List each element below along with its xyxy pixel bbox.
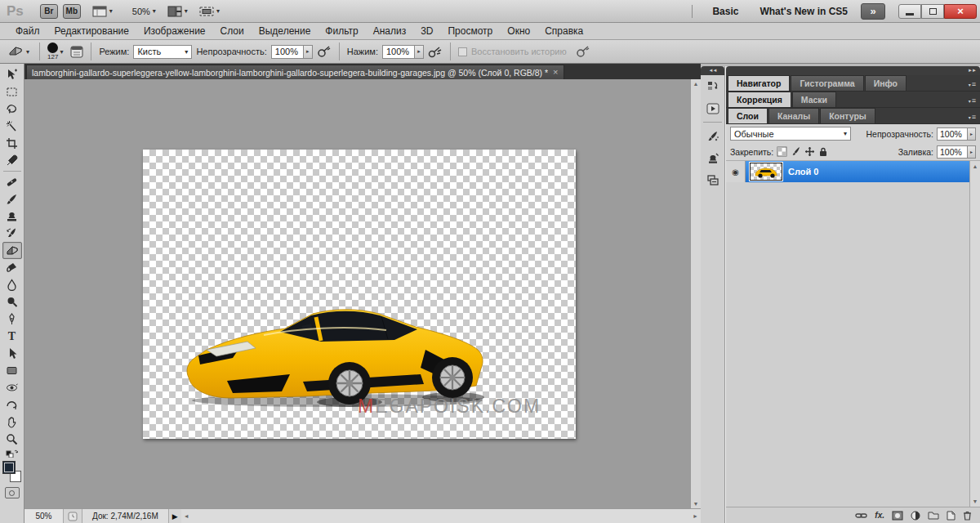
toggle-brush-panel-button[interactable] bbox=[70, 46, 83, 58]
menu-analysis[interactable]: Анализ bbox=[366, 24, 414, 38]
menu-image[interactable]: Изображение bbox=[136, 24, 213, 38]
workspace-whats-new-button[interactable]: What's New in CS5 bbox=[760, 6, 848, 17]
restore-history-checkbox[interactable] bbox=[458, 47, 467, 56]
opacity-input[interactable]: 100% bbox=[271, 45, 304, 59]
tablet-opacity-icon[interactable] bbox=[317, 45, 332, 58]
crop-tool-button[interactable] bbox=[2, 135, 22, 152]
delete-layer-icon[interactable] bbox=[963, 511, 972, 521]
layers-scrollbar[interactable]: ▲ ▼ bbox=[969, 161, 980, 507]
hand-tool-button[interactable] bbox=[2, 413, 22, 431]
flow-spinner[interactable]: ▸ bbox=[415, 45, 424, 59]
opacity-spinner[interactable]: ▸ bbox=[304, 45, 313, 59]
history-brush-tool-button[interactable] bbox=[2, 225, 22, 242]
layer-style-icon[interactable]: fx. bbox=[875, 511, 884, 520]
history-panel-icon[interactable] bbox=[701, 75, 724, 97]
blur-tool-button[interactable] bbox=[2, 276, 22, 293]
tab-histogram[interactable]: Гистограмма bbox=[791, 75, 863, 91]
tablet-pressure-icon[interactable] bbox=[576, 45, 590, 58]
layers-opacity-spinner[interactable]: ▸ bbox=[968, 127, 976, 141]
layer-thumbnail[interactable] bbox=[750, 163, 782, 181]
flow-input[interactable]: 100% bbox=[382, 45, 415, 59]
document-tab[interactable]: lamborghini-gallardo-superleggera-yellow… bbox=[26, 65, 564, 79]
layer-row-selected[interactable]: ◉ Слой 0 bbox=[726, 161, 980, 182]
canvas-area[interactable]: MEGAPOISK.COM ▲ ▼ bbox=[24, 79, 701, 508]
healing-brush-tool-button[interactable] bbox=[2, 173, 22, 190]
workspace-basic-button[interactable]: Basic bbox=[712, 6, 738, 17]
move-tool-button[interactable] bbox=[2, 66, 22, 83]
scroll-right-icon[interactable]: ► bbox=[693, 513, 698, 519]
collapse-strip-header[interactable]: ◄◄ bbox=[701, 66, 724, 75]
eraser-tool-button[interactable] bbox=[2, 242, 22, 259]
layer-comps-panel-icon[interactable] bbox=[701, 169, 724, 191]
menu-window[interactable]: Окно bbox=[500, 24, 537, 38]
tab-layers[interactable]: Слои bbox=[728, 108, 768, 123]
view-extras-button[interactable]: ▾ bbox=[92, 6, 113, 17]
new-layer-icon[interactable] bbox=[947, 511, 956, 521]
quick-mask-button[interactable] bbox=[5, 487, 20, 498]
add-mask-icon[interactable] bbox=[892, 511, 903, 521]
actions-panel-icon[interactable] bbox=[701, 97, 724, 119]
dodge-tool-button[interactable] bbox=[2, 293, 22, 311]
workspace-expand-button[interactable]: » bbox=[861, 3, 885, 20]
bridge-launch-button[interactable]: Br bbox=[40, 4, 58, 19]
screen-mode-button[interactable]: ▾ bbox=[199, 6, 220, 17]
marquee-tool-button[interactable] bbox=[2, 83, 22, 101]
tab-masks[interactable]: Маски bbox=[792, 92, 836, 107]
menu-edit[interactable]: Редактирование bbox=[47, 24, 136, 38]
scroll-up-icon[interactable]: ▲ bbox=[973, 163, 978, 169]
horizontal-scrollbar[interactable]: ◄ ► bbox=[181, 509, 701, 523]
panel-menu-icon[interactable]: ▾≡ bbox=[969, 113, 980, 123]
scroll-down-icon[interactable]: ▼ bbox=[973, 498, 978, 504]
dock-collapse-header[interactable]: ►► bbox=[726, 66, 980, 75]
menu-layers[interactable]: Слои bbox=[213, 24, 252, 38]
brush-tool-button[interactable] bbox=[2, 190, 22, 208]
eyedropper-tool-button[interactable] bbox=[2, 152, 22, 169]
blend-mode-select[interactable]: Обычные ▾ bbox=[730, 127, 851, 141]
fill-input[interactable]: 100% bbox=[937, 145, 968, 159]
pen-tool-button[interactable] bbox=[2, 311, 22, 328]
restore-button[interactable] bbox=[921, 4, 944, 19]
clone-source-panel-icon[interactable] bbox=[701, 147, 724, 169]
vertical-scrollbar[interactable]: ▲ ▼ bbox=[690, 79, 701, 508]
gradient-tool-button[interactable] bbox=[2, 259, 22, 276]
zoom-tool-button[interactable] bbox=[2, 431, 22, 448]
tool-preset-picker[interactable]: ▾ bbox=[5, 44, 32, 59]
tab-paths[interactable]: Контуры bbox=[820, 108, 875, 123]
brush-presets-panel-icon[interactable] bbox=[701, 125, 724, 147]
shape-tool-button[interactable] bbox=[2, 362, 22, 379]
scroll-up-icon[interactable]: ▲ bbox=[693, 81, 699, 87]
type-tool-button[interactable]: T bbox=[2, 328, 22, 345]
document-close-icon[interactable]: × bbox=[553, 68, 558, 77]
status-flyout-icon[interactable]: ▶ bbox=[172, 512, 178, 521]
layer-visibility-toggle[interactable]: ◉ bbox=[726, 161, 746, 182]
menu-help[interactable]: Справка bbox=[537, 24, 590, 38]
fill-spinner[interactable]: ▸ bbox=[968, 145, 976, 159]
path-selection-tool-button[interactable] bbox=[2, 345, 22, 362]
3d-rotate-tool-button[interactable] bbox=[2, 379, 22, 396]
menu-view[interactable]: Просмотр bbox=[440, 24, 500, 38]
lock-paint-icon[interactable] bbox=[791, 146, 801, 157]
menu-filter[interactable]: Фильтр bbox=[318, 24, 365, 38]
canvas[interactable]: MEGAPOISK.COM bbox=[143, 150, 576, 439]
minibridge-launch-button[interactable]: Mb bbox=[63, 4, 81, 19]
mode-select[interactable]: Кисть ▾ bbox=[133, 45, 192, 59]
panel-menu-icon[interactable]: ▾≡ bbox=[969, 80, 980, 91]
brush-preset-picker[interactable]: 127 ▾ bbox=[47, 42, 63, 60]
tab-channels[interactable]: Каналы bbox=[768, 108, 819, 123]
scroll-left-icon[interactable]: ◄ bbox=[184, 513, 189, 519]
menu-file[interactable]: Файл bbox=[8, 24, 47, 38]
lasso-tool-button[interactable] bbox=[2, 101, 22, 118]
airbrush-toggle-icon[interactable] bbox=[428, 45, 443, 58]
close-button[interactable]: × bbox=[944, 4, 977, 19]
default-swap-colors-icon[interactable] bbox=[2, 448, 22, 458]
menu-select[interactable]: Выделение bbox=[252, 24, 318, 38]
magic-wand-tool-button[interactable] bbox=[2, 118, 22, 135]
panel-menu-icon[interactable]: ▾≡ bbox=[969, 96, 980, 107]
scroll-down-icon[interactable]: ▼ bbox=[693, 501, 699, 507]
zoom-level-control[interactable]: 50% ▾ bbox=[124, 7, 156, 16]
status-zoom-field[interactable]: 50% bbox=[24, 509, 64, 523]
tab-adjustments[interactable]: Коррекция bbox=[728, 92, 791, 107]
tab-info[interactable]: Инфо bbox=[865, 75, 906, 91]
lock-transparency-icon[interactable] bbox=[777, 146, 787, 157]
status-doc-sizes[interactable]: Док: 2,74М/2,16М bbox=[82, 509, 169, 523]
